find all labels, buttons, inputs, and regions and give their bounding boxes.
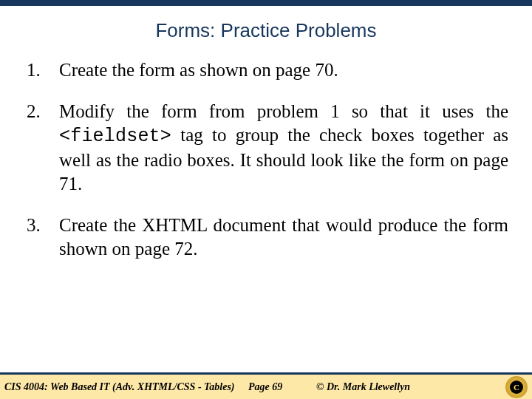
footer-page: Page 69 (248, 381, 282, 393)
item-number: 1. (27, 58, 59, 82)
footer-copyright: © Dr. Mark Llewellyn (316, 381, 410, 393)
item-number: 2. (27, 100, 59, 196)
item-body: Create the XHTML document that would pro… (59, 214, 508, 261)
item-body: Modify the form from problem 1 so that i… (59, 100, 508, 196)
list-item: 3. Create the XHTML document that would … (27, 214, 508, 261)
list-item: 1. Create the form as shown on page 70. (27, 58, 508, 82)
footer-course: CIS 4004: Web Based IT (Adv. XHTML/CSS -… (0, 381, 235, 393)
ucf-logo-icon: C (505, 376, 528, 398)
footer-bar: CIS 4004: Web Based IT (Adv. XHTML/CSS -… (0, 372, 532, 399)
top-accent-band (0, 0, 532, 6)
logo-letter: C (510, 381, 523, 394)
content-area: 1. Create the form as shown on page 70. … (0, 58, 532, 261)
item-body: Create the form as shown on page 70. (59, 58, 508, 82)
code-fieldset: <fieldset> (59, 126, 171, 147)
list-item: 2. Modify the form from problem 1 so tha… (27, 100, 508, 196)
item-text-pre: Modify the form from problem 1 so that i… (59, 101, 508, 121)
slide-title: Forms: Practice Problems (0, 19, 532, 42)
item-number: 3. (27, 214, 59, 261)
